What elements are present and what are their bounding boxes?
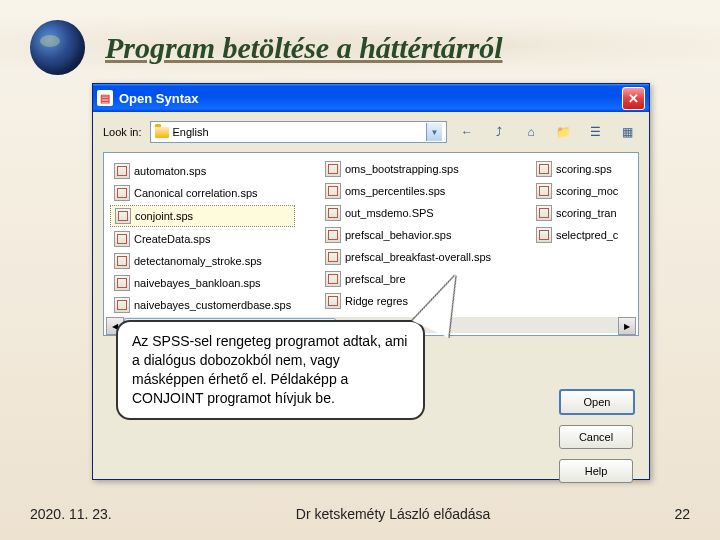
file-item[interactable]: out_msdemo.SPS bbox=[321, 203, 524, 223]
file-icon bbox=[114, 231, 130, 247]
cancel-button[interactable]: Cancel bbox=[559, 425, 633, 449]
file-icon bbox=[325, 249, 341, 265]
file-item[interactable]: scoring_tran bbox=[532, 203, 639, 223]
new-folder-button[interactable]: 📁 bbox=[551, 120, 575, 144]
back-button[interactable]: ← bbox=[455, 120, 479, 144]
file-icon bbox=[325, 205, 341, 221]
callout-bubble: Az SPSS-sel rengeteg programot adtak, am… bbox=[116, 320, 425, 420]
file-item[interactable]: scoring.sps bbox=[532, 159, 639, 179]
file-item[interactable]: prefscal_bre bbox=[321, 269, 439, 289]
file-item[interactable]: prefscal_behavior.sps bbox=[321, 225, 524, 245]
file-icon bbox=[114, 275, 130, 291]
chevron-down-icon[interactable]: ▼ bbox=[426, 123, 442, 141]
home-button[interactable]: ⌂ bbox=[519, 120, 543, 144]
globe-icon bbox=[30, 20, 85, 75]
file-icon bbox=[536, 205, 552, 221]
file-icon bbox=[114, 297, 130, 313]
file-item[interactable]: detectanomaly_stroke.sps bbox=[110, 251, 293, 271]
lookin-label: Look in: bbox=[103, 126, 142, 138]
file-item[interactable]: oms_percentiles.sps bbox=[321, 181, 524, 201]
help-button[interactable]: Help bbox=[559, 459, 633, 483]
file-icon bbox=[114, 185, 130, 201]
file-item[interactable]: automaton.sps bbox=[110, 161, 293, 181]
file-list[interactable]: automaton.spsCanonical correlation.spsco… bbox=[103, 152, 639, 336]
file-item[interactable]: prefscal_breakfast-overall.sps bbox=[321, 247, 524, 267]
open-button[interactable]: Open bbox=[559, 389, 635, 415]
titlebar: ▤ Open Syntax ✕ bbox=[93, 84, 649, 112]
file-icon bbox=[325, 271, 341, 287]
file-item[interactable]: Canonical correlation.sps bbox=[110, 183, 293, 203]
up-button[interactable]: ⤴ bbox=[487, 120, 511, 144]
footer-date: 2020. 11. 23. bbox=[30, 506, 112, 522]
file-item[interactable]: naivebayes_bankloan.sps bbox=[110, 273, 293, 293]
close-button[interactable]: ✕ bbox=[622, 87, 645, 110]
file-icon bbox=[115, 208, 131, 224]
details-view-button[interactable]: ▦ bbox=[615, 120, 639, 144]
file-icon bbox=[114, 253, 130, 269]
file-icon bbox=[536, 183, 552, 199]
file-icon bbox=[536, 161, 552, 177]
folder-icon bbox=[155, 127, 169, 138]
file-item[interactable]: selectpred_c bbox=[532, 225, 639, 245]
file-item[interactable]: conjoint.sps bbox=[110, 205, 295, 227]
file-item[interactable]: oms_bootstrapping.sps bbox=[321, 159, 524, 179]
file-icon bbox=[114, 163, 130, 179]
file-icon bbox=[325, 183, 341, 199]
dialog-title: Open Syntax bbox=[119, 91, 198, 106]
file-item[interactable]: CreateData.sps bbox=[110, 229, 293, 249]
file-icon bbox=[325, 293, 341, 309]
open-dialog: ▤ Open Syntax ✕ Look in: English ▼ ← ⤴ ⌂… bbox=[92, 83, 650, 480]
file-icon bbox=[325, 227, 341, 243]
scroll-right-button[interactable]: ▶ bbox=[618, 317, 636, 335]
list-view-button[interactable]: ☰ bbox=[583, 120, 607, 144]
file-item[interactable]: naivebayes_customerdbase.sps bbox=[110, 295, 313, 315]
app-icon: ▤ bbox=[97, 90, 113, 106]
footer-center: Dr ketskeméty László előadása bbox=[112, 506, 675, 522]
file-item[interactable]: scoring_moc bbox=[532, 181, 639, 201]
slide-title: Program betöltése a háttértárról bbox=[105, 31, 503, 65]
file-icon bbox=[536, 227, 552, 243]
file-icon bbox=[325, 161, 341, 177]
lookin-combo[interactable]: English ▼ bbox=[150, 121, 447, 143]
lookin-value: English bbox=[173, 126, 209, 138]
footer-page: 22 bbox=[674, 506, 690, 522]
